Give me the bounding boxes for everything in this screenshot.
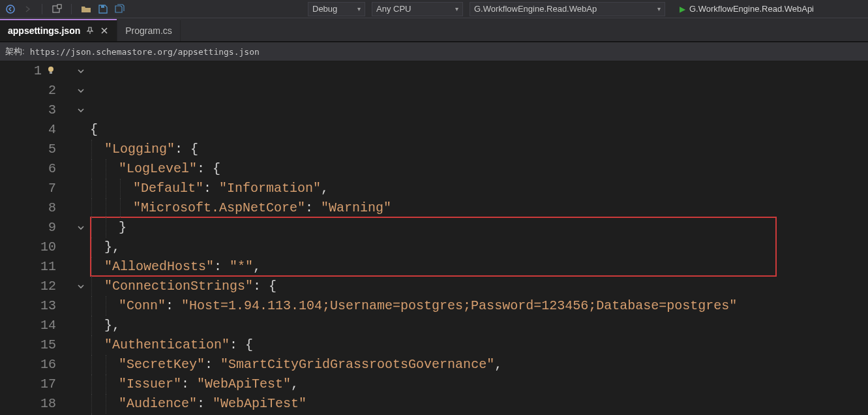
line-number-gutter: 123456789101112131415161718 — [0, 61, 72, 415]
chevron-down-icon: ▾ — [455, 5, 458, 12]
indent-guide — [106, 218, 106, 238]
code-text: "Microsoft.AspNetCore": "Warning" — [133, 200, 391, 215]
fold-spacer — [72, 140, 90, 159]
line-number: 9 — [0, 218, 67, 238]
line-number: 11 — [0, 257, 67, 277]
code-line[interactable]: "AllowedHosts": "*", — [90, 257, 868, 277]
save-icon[interactable] — [98, 4, 108, 14]
indent-guide — [91, 394, 92, 414]
indent-guide — [91, 257, 92, 277]
code-line[interactable]: "Logging": { — [90, 140, 868, 159]
indent-guide — [91, 277, 92, 296]
toolbar-separator — [71, 4, 72, 14]
code-line[interactable]: "Issuer": "WebApiTest", — [90, 375, 868, 394]
tab-label: appsettings.json — [8, 25, 80, 36]
nav-back-icon[interactable] — [5, 4, 16, 14]
line-number: 17 — [0, 375, 67, 394]
chevron-down-icon: ▾ — [657, 5, 661, 12]
indent-guide — [91, 296, 92, 316]
indent-guide — [106, 394, 106, 414]
line-number: 6 — [0, 159, 67, 179]
line-number: 2 — [0, 81, 67, 100]
indent-guide — [91, 355, 92, 375]
code-line[interactable]: "LogLevel": { — [90, 159, 868, 179]
line-number: 12 — [0, 277, 67, 296]
code-text: "ConnectionStrings": { — [104, 279, 277, 294]
code-text: "LogLevel": { — [119, 161, 220, 176]
code-line[interactable]: "Microsoft.AspNetCore": "Warning" — [90, 198, 868, 218]
indent-guide — [106, 159, 106, 179]
indent-guide — [106, 296, 106, 316]
new-item-icon[interactable] — [52, 4, 62, 14]
play-icon: ▶ — [680, 5, 685, 14]
line-number: 10 — [0, 238, 67, 257]
line-number: 18 — [0, 394, 67, 414]
code-line[interactable]: } — [90, 218, 868, 238]
schema-label: 架构: — [5, 46, 25, 57]
fold-toggle[interactable] — [72, 277, 90, 296]
code-line[interactable]: "Audience": "WebApiTest" — [90, 394, 868, 414]
indent-guide — [120, 198, 121, 218]
fold-toggle[interactable] — [72, 81, 90, 100]
code-line[interactable]: "ConnectionStrings": { — [90, 277, 868, 296]
indent-guide — [106, 375, 106, 394]
fold-toggle[interactable] — [72, 100, 90, 120]
lightbulb-icon[interactable] — [44, 63, 56, 74]
code-editor[interactable]: 123456789101112131415161718 {"Logging": … — [0, 61, 868, 415]
svg-point-0 — [7, 5, 14, 13]
startup-project-dropdown[interactable]: G.WorkflowEngine.Read.WebAp ▾ — [470, 2, 665, 16]
indent-guide — [120, 179, 121, 198]
code-line[interactable]: }, — [90, 316, 868, 335]
tab-label: Program.cs — [125, 25, 172, 36]
fold-spacer — [72, 355, 90, 375]
fold-toggle[interactable] — [72, 218, 90, 238]
line-number: 7 — [0, 179, 67, 198]
line-number: 4 — [0, 120, 67, 140]
schema-url[interactable]: https://json.schemastore.org/appsettings… — [30, 47, 863, 57]
line-number: 13 — [0, 296, 67, 316]
code-line[interactable]: "Default": "Information", — [90, 179, 868, 198]
code-line[interactable]: "Authentication": { — [90, 335, 868, 355]
svg-rect-5 — [50, 72, 52, 74]
code-line[interactable]: "SecretKey": "SmartCityGridGrassrootsGov… — [90, 355, 868, 375]
platform-dropdown[interactable]: Any CPU ▾ — [372, 2, 463, 16]
line-number: 1 — [0, 61, 67, 81]
build-config-dropdown[interactable]: Debug ▾ — [308, 2, 365, 16]
main-toolbar: Debug ▾ Any CPU ▾ G.WorkflowEngine.Read.… — [0, 0, 868, 18]
code-text: "Conn": "Host=1.94.113.104;Username=post… — [119, 298, 737, 313]
indent-guide — [106, 355, 106, 375]
code-line[interactable]: }, — [90, 238, 868, 257]
svg-rect-3 — [101, 5, 104, 8]
platform-label: Any CPU — [376, 4, 411, 14]
close-icon[interactable] — [100, 26, 109, 35]
svg-point-4 — [48, 67, 53, 72]
code-line[interactable]: { — [90, 120, 868, 140]
svg-rect-2 — [57, 5, 61, 8]
code-area[interactable]: {"Logging": {"LogLevel": {"Default": "In… — [90, 61, 868, 415]
indent-guide — [106, 198, 106, 218]
fold-spacer — [72, 198, 90, 218]
fold-spacer — [72, 238, 90, 257]
run-button[interactable]: ▶ G.WorkflowEngine.Read.WebApi — [672, 4, 814, 14]
pin-icon[interactable] — [85, 26, 95, 35]
nav-fwd-icon[interactable] — [22, 4, 33, 14]
code-line[interactable]: "Conn": "Host=1.94.113.104;Username=post… — [90, 296, 868, 316]
line-number: 15 — [0, 335, 67, 355]
indent-guide — [91, 335, 92, 355]
indent-guide — [106, 179, 106, 198]
save-all-icon[interactable] — [115, 4, 125, 14]
open-file-icon[interactable] — [81, 4, 91, 14]
tab-appsettings[interactable]: appsettings.json — [0, 20, 117, 41]
code-text: "Logging": { — [104, 142, 198, 157]
fold-spacer — [72, 394, 90, 414]
chevron-down-icon: ▾ — [357, 5, 361, 12]
indent-guide — [91, 198, 92, 218]
fold-toggle[interactable] — [72, 61, 90, 81]
tab-programcs[interactable]: Program.cs — [117, 20, 181, 41]
fold-spacer — [72, 179, 90, 198]
code-text: "AllowedHosts": "*", — [104, 259, 261, 274]
build-config-label: Debug — [312, 4, 337, 14]
code-text: { — [90, 122, 98, 137]
fold-spacer — [72, 316, 90, 335]
indent-guide — [91, 140, 92, 159]
